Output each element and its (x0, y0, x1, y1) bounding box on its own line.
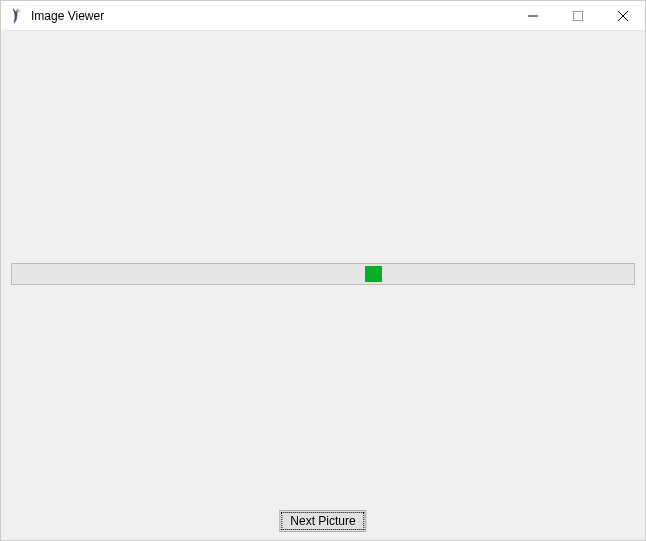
close-button[interactable] (600, 1, 645, 30)
maximize-button[interactable] (555, 1, 600, 30)
close-icon (618, 11, 628, 21)
next-picture-button[interactable]: Next Picture (279, 510, 366, 532)
window-title: Image Viewer (31, 9, 510, 23)
titlebar: Image Viewer (1, 1, 645, 31)
client-area: Next Picture (1, 31, 645, 540)
minimize-icon (528, 11, 538, 21)
window-controls (510, 1, 645, 30)
svg-point-0 (18, 10, 21, 12)
minimize-button[interactable] (510, 1, 555, 30)
progress-indicator (365, 266, 382, 282)
progress-bar (11, 263, 635, 285)
application-window: Image Viewer Next Pictu (0, 0, 646, 541)
app-icon (9, 8, 25, 24)
svg-rect-2 (573, 11, 582, 20)
maximize-icon (573, 11, 583, 21)
